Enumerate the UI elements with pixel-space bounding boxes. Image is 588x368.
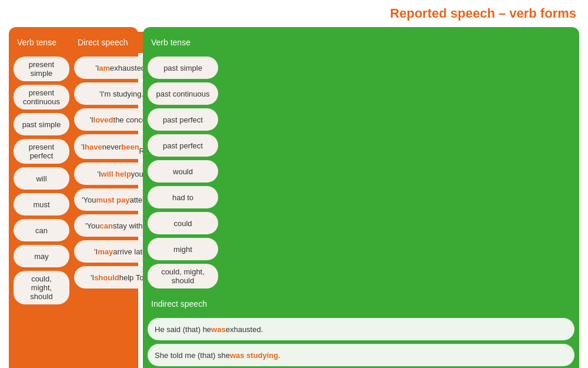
left-verb-col: Verb tense present simple present contin… bbox=[14, 32, 69, 304]
left-verb-cell-7: may bbox=[14, 245, 69, 267]
right-verb-col: Verb tense past simple past continuous p… bbox=[148, 32, 218, 289]
left-verb-header: Verb tense bbox=[14, 32, 69, 53]
right-indirect-col: Indirect speech He said (that) he was ex… bbox=[148, 293, 574, 368]
left-header-row: Verb tense present simple present contin… bbox=[14, 32, 133, 304]
right-indirect-header: Indirect speech bbox=[148, 293, 574, 314]
right-indirect-cell-0: He said (that) he was exhausted. bbox=[148, 318, 574, 340]
right-verb-cell-3: past perfect bbox=[148, 134, 218, 157]
left-verb-cell-2: past simple bbox=[14, 113, 69, 135]
right-verb-cell-1: past continuous bbox=[148, 82, 218, 105]
right-verb-cell-7: might bbox=[148, 238, 218, 260]
left-verb-cell-5: must bbox=[14, 193, 69, 216]
right-indirect-cell-1: She told me (that) she was studying. bbox=[148, 344, 574, 366]
right-panel: Verb tense past simple past continuous p… bbox=[143, 27, 579, 368]
right-verb-header: Verb tense bbox=[148, 32, 218, 53]
left-verb-cell-8: could, might, should bbox=[14, 271, 69, 304]
right-verb-cell-2: past perfect bbox=[148, 108, 218, 131]
left-verb-cell-6: can bbox=[14, 219, 69, 241]
left-verb-cell-3: present perfect bbox=[14, 139, 69, 164]
right-verb-cell-0: past simple bbox=[148, 57, 218, 79]
right-verb-cell-8: could, might, should bbox=[148, 264, 218, 289]
main-table: Verb tense present simple present contin… bbox=[9, 27, 579, 368]
right-verb-cell-6: could bbox=[148, 212, 218, 234]
right-verb-cell-4: would bbox=[148, 160, 218, 183]
right-verb-cell-5: had to bbox=[148, 186, 218, 208]
page-title: Reported speech – verb forms bbox=[9, 6, 579, 21]
left-panel: Verb tense present simple present contin… bbox=[9, 27, 138, 368]
left-verb-cell-1: present continuous bbox=[14, 85, 69, 110]
left-verb-cell-4: will bbox=[14, 167, 69, 190]
left-verb-cell-0: present simple bbox=[14, 57, 69, 81]
